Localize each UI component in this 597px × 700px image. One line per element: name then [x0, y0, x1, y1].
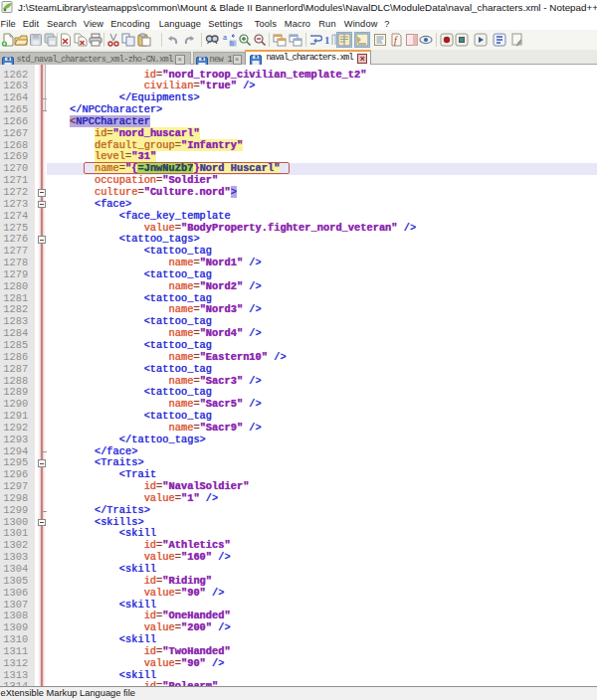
svg-text:1: 1 [324, 34, 330, 46]
svg-text:a: a [223, 34, 227, 41]
